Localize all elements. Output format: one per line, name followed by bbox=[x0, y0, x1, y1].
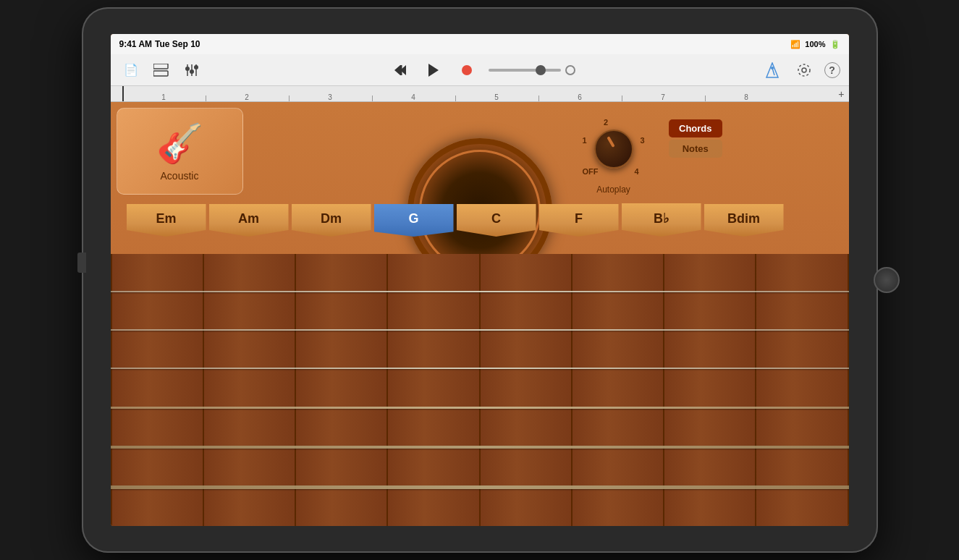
svg-marker-11 bbox=[428, 64, 439, 77]
status-bar: 9:41 AM Tue Sep 10 📶 100% 🔋 bbox=[111, 34, 849, 54]
ruler-mark-2: 2 bbox=[206, 93, 289, 101]
playhead bbox=[122, 86, 124, 101]
settings-button[interactable] bbox=[793, 59, 816, 82]
home-button[interactable] bbox=[874, 267, 900, 293]
slider-end-circle bbox=[565, 65, 575, 75]
timeline-ruler: 1 2 3 4 5 6 7 8 + bbox=[111, 86, 849, 102]
autoplay-label-off: OFF bbox=[583, 167, 599, 176]
svg-point-16 bbox=[802, 68, 806, 72]
fret-6[interactable] bbox=[573, 254, 664, 526]
chord-g-button[interactable]: G bbox=[374, 204, 454, 237]
status-date: Tue Sep 10 bbox=[155, 39, 200, 49]
fret-3[interactable] bbox=[296, 254, 388, 526]
fret-8[interactable] bbox=[756, 254, 848, 526]
autoplay-knob[interactable] bbox=[594, 130, 633, 169]
chord-am-button[interactable]: Am bbox=[209, 204, 289, 237]
guitar-icon: 🎸 bbox=[156, 122, 203, 166]
chord-bb-button[interactable]: B♭ bbox=[622, 203, 701, 237]
fretboard[interactable] bbox=[111, 254, 849, 526]
svg-point-6 bbox=[190, 69, 194, 74]
chords-toggle-button[interactable]: Chords bbox=[669, 119, 722, 137]
wifi-icon: 📶 bbox=[790, 40, 800, 49]
svg-rect-1 bbox=[153, 71, 168, 76]
chord-bdim-button[interactable]: Bdim bbox=[704, 204, 784, 237]
instrument-panel[interactable]: 🎸 Acoustic bbox=[117, 108, 243, 195]
svg-point-17 bbox=[798, 64, 810, 76]
chord-em-button[interactable]: Em bbox=[127, 204, 206, 237]
knob-indicator bbox=[607, 136, 614, 148]
ruler-mark-3: 3 bbox=[289, 93, 372, 101]
tracks-button[interactable] bbox=[150, 59, 173, 82]
add-track-button[interactable]: + bbox=[838, 88, 844, 100]
metronome-button[interactable] bbox=[761, 59, 784, 82]
battery-label: 100% bbox=[805, 40, 825, 48]
svg-point-5 bbox=[185, 67, 190, 71]
autoplay-label-3: 3 bbox=[640, 136, 644, 145]
svg-marker-8 bbox=[394, 65, 400, 75]
fret-5[interactable] bbox=[481, 254, 573, 526]
toolbar: 📄 bbox=[111, 54, 849, 86]
chord-c-button[interactable]: C bbox=[457, 204, 536, 237]
battery-icon: 🔋 bbox=[830, 40, 840, 49]
help-button[interactable]: ? bbox=[824, 62, 840, 78]
ipad-screen: 9:41 AM Tue Sep 10 📶 100% 🔋 📄 bbox=[111, 34, 849, 526]
ruler-mark-7: 7 bbox=[622, 93, 705, 101]
instrument-name: Acoustic bbox=[161, 170, 199, 182]
notes-toggle-button[interactable]: Notes bbox=[669, 140, 722, 158]
ipad-frame: 9:41 AM Tue Sep 10 📶 100% 🔋 📄 bbox=[82, 7, 878, 553]
autoplay-knob-container: OFF 1 2 3 4 bbox=[581, 116, 646, 182]
svg-rect-0 bbox=[153, 64, 168, 69]
autoplay-label: Autoplay bbox=[596, 184, 630, 195]
ruler-mark-6: 6 bbox=[538, 93, 622, 101]
fret-1[interactable] bbox=[111, 254, 204, 526]
mixer-button[interactable] bbox=[180, 59, 203, 82]
svg-point-15 bbox=[771, 67, 774, 69]
ruler-mark-8: 8 bbox=[705, 93, 788, 101]
fret-2[interactable] bbox=[204, 254, 296, 526]
rewind-button[interactable] bbox=[389, 59, 412, 82]
volume-thumb[interactable] bbox=[536, 65, 546, 75]
chords-row: Em Am Dm G C F B♭ Bdim bbox=[111, 203, 849, 237]
ruler-mark-4: 4 bbox=[372, 93, 455, 101]
ruler-mark-5: 5 bbox=[455, 93, 538, 101]
status-time: 9:41 AM bbox=[119, 39, 153, 49]
fret-4[interactable] bbox=[388, 254, 480, 526]
chord-dm-button[interactable]: Dm bbox=[292, 204, 371, 237]
chord-f-button[interactable]: F bbox=[539, 204, 619, 237]
autoplay-label-2: 2 bbox=[604, 118, 608, 127]
fret-7[interactable] bbox=[664, 254, 756, 526]
fret-lines bbox=[111, 254, 849, 526]
play-button[interactable] bbox=[422, 59, 445, 82]
chord-notes-toggle: Chords Notes bbox=[669, 119, 722, 158]
svg-point-7 bbox=[194, 65, 198, 69]
record-button[interactable] bbox=[455, 59, 478, 82]
instrument-area: 🎸 Acoustic OFF 1 2 3 4 bbox=[111, 102, 849, 526]
svg-marker-13 bbox=[766, 63, 778, 77]
ruler-mark-1: 1 bbox=[122, 93, 206, 101]
volume-slider[interactable] bbox=[489, 69, 561, 72]
autoplay-label-1: 1 bbox=[583, 136, 587, 145]
new-song-button[interactable]: 📄 bbox=[119, 59, 143, 82]
svg-point-12 bbox=[462, 65, 472, 75]
autoplay-area: OFF 1 2 3 4 Autoplay bbox=[581, 116, 646, 195]
volume-button[interactable] bbox=[77, 253, 86, 273]
autoplay-label-4: 4 bbox=[634, 167, 638, 176]
